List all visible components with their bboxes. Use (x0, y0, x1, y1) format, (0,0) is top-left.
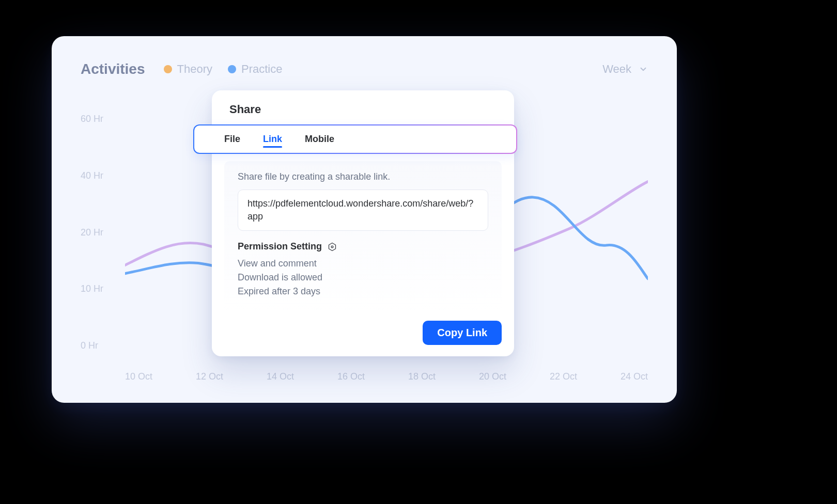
settings-gear-icon[interactable] (327, 242, 337, 252)
share-link-box[interactable]: https://pdfelementcloud.wondershare.com/… (238, 190, 488, 231)
share-title: Share (229, 103, 502, 116)
x-tick: 14 Oct (267, 371, 294, 382)
x-tick: 22 Oct (550, 371, 577, 382)
tab-mobile[interactable]: Mobile (305, 134, 334, 145)
share-tabs: File Link Mobile (193, 124, 517, 154)
tab-file[interactable]: File (224, 134, 240, 145)
legend-label-theory: Theory (177, 62, 212, 76)
x-tick: 24 Oct (621, 371, 648, 382)
share-body: Share file by creating a sharable link. … (224, 161, 502, 313)
y-tick: 40 Hr (81, 170, 103, 181)
y-tick: 60 Hr (81, 114, 103, 124)
share-actions: Copy Link (224, 321, 502, 345)
x-tick: 18 Oct (408, 371, 436, 382)
y-tick: 0 Hr (81, 340, 103, 351)
y-tick: 20 Hr (81, 227, 103, 238)
permission-download: Download is allowed (238, 272, 488, 283)
permission-heading: Permission Setting (238, 241, 322, 252)
chevron-down-icon (639, 65, 648, 74)
x-tick: 16 Oct (337, 371, 365, 382)
legend-item-theory: Theory (164, 62, 212, 76)
range-select[interactable]: Week (602, 62, 648, 76)
range-label: Week (602, 62, 631, 76)
share-description: Share file by creating a sharable link. (238, 171, 488, 182)
x-axis-labels: 10 Oct 12 Oct 14 Oct 16 Oct 18 Oct 20 Oc… (125, 371, 648, 382)
legend: Theory Practice (164, 62, 283, 76)
svg-marker-0 (329, 243, 336, 250)
header-row: Activities Theory Practice Week (81, 61, 648, 77)
svg-point-1 (331, 246, 333, 248)
activities-title: Activities (81, 61, 145, 77)
share-modal: Share File Link Mobile Share file by cre… (212, 90, 514, 356)
copy-link-button[interactable]: Copy Link (423, 321, 502, 345)
permission-view: View and comment (238, 258, 488, 269)
legend-label-practice: Practice (241, 62, 282, 76)
x-tick: 10 Oct (125, 371, 152, 382)
header-left: Activities Theory Practice (81, 61, 282, 77)
dot-practice-icon (228, 65, 236, 73)
dot-theory-icon (164, 65, 172, 73)
y-tick: 10 Hr (81, 284, 103, 294)
legend-item-practice: Practice (228, 62, 282, 76)
permission-expiry: Expired after 3 days (238, 286, 488, 297)
y-axis-labels: 60 Hr 40 Hr 20 Hr 10 Hr 0 Hr (81, 114, 103, 351)
x-tick: 12 Oct (196, 371, 223, 382)
tab-link[interactable]: Link (263, 134, 282, 145)
x-tick: 20 Oct (479, 371, 506, 382)
permission-heading-row: Permission Setting (238, 241, 488, 252)
